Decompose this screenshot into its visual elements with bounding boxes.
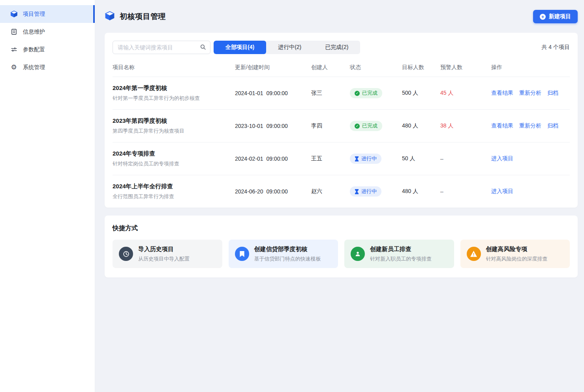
- created-time: 2024-02-01 09:00:00: [235, 156, 311, 162]
- reanalyze-link[interactable]: 重新分析: [519, 90, 541, 97]
- tab-in-progress[interactable]: 进行中(2): [266, 41, 313, 54]
- table-row: 2024年第一季度初核 针对第一季度员工异常行为的初步核查 2024-01-01…: [113, 77, 570, 110]
- app-window: 项目管理 信息维护 参数配置 ⚙ 系统管理 初核项目管理 +: [0, 0, 584, 392]
- person-icon: [351, 247, 365, 261]
- shortcut-title: 导入历史项目: [138, 246, 190, 253]
- creator: 王五: [311, 155, 350, 162]
- column-header-status: 状态: [350, 64, 402, 71]
- sidebar-item-label: 信息维护: [23, 28, 45, 36]
- project-desc: 针对特定岗位员工的专项排查: [113, 160, 235, 167]
- column-header-name: 项目名称: [113, 64, 235, 71]
- creator: 张三: [311, 90, 350, 97]
- search-box: [113, 41, 210, 54]
- column-header-creator: 创建人: [311, 64, 350, 71]
- warning-count: –: [440, 156, 491, 162]
- tab-completed[interactable]: 已完成(2): [313, 41, 360, 54]
- shortcut-high-risk[interactable]: 创建高风险专项 针对高风险岗位的深度排查: [460, 240, 570, 268]
- plus-icon: +: [540, 14, 546, 20]
- shortcut-import-history[interactable]: 导入历史项目 从历史项目中导入配置: [113, 240, 222, 268]
- sidebar: 项目管理 信息维护 参数配置 ⚙ 系统管理: [0, 0, 95, 392]
- table-row: 2023年第四季度初核 第四季度员工异常行为核查项目 2023-10-01 09…: [113, 110, 570, 143]
- status-badge: 进行中: [350, 154, 381, 164]
- sidebar-item-label: 项目管理: [23, 11, 45, 18]
- sliders-icon: [10, 46, 18, 54]
- hourglass-icon: [355, 189, 359, 194]
- project-desc: 针对第一季度员工异常行为的初步核查: [113, 95, 235, 102]
- shortcuts-title: 快捷方式: [113, 224, 570, 233]
- sidebar-item-label: 系统管理: [23, 64, 45, 71]
- cube-icon: [10, 10, 18, 18]
- reanalyze-link[interactable]: 重新分析: [519, 122, 541, 129]
- warning-count: 38 人: [440, 122, 491, 129]
- column-header-time: 更新/创建时间: [235, 64, 311, 71]
- creator: 李四: [311, 122, 350, 129]
- column-header-target: 目标人数: [402, 64, 440, 71]
- cube-icon: [105, 11, 115, 23]
- archive-link[interactable]: 归档: [547, 90, 558, 97]
- view-results-link[interactable]: 查看结果: [491, 122, 513, 129]
- new-project-button[interactable]: + 新建项目: [533, 10, 578, 23]
- target-count: 500 人: [402, 90, 440, 97]
- project-desc: 全行范围员工异常行为排查: [113, 193, 235, 200]
- project-name: 2024年第一季度初核: [113, 84, 235, 92]
- table-header-row: 项目名称 更新/创建时间 创建人 状态 目标人数 预警人数 操作: [113, 54, 570, 77]
- clock-icon: [119, 247, 133, 261]
- shortcut-title: 创建高风险专项: [486, 246, 548, 253]
- shortcut-new-employee[interactable]: 创建新员工排查 针对新入职员工的专项排查: [344, 240, 454, 268]
- status-badge: ✓ 已完成: [350, 121, 382, 131]
- project-list-card: 全部项目(4) 进行中(2) 已完成(2) 共 4 个项目 项目名称 更新/创建…: [105, 33, 578, 208]
- project-name: 2024年专项排查: [113, 150, 235, 158]
- shortcut-title: 创建新员工排查: [370, 246, 432, 253]
- created-time: 2023-10-01 09:00:00: [235, 123, 311, 129]
- status-badge: ✓ 已完成: [350, 88, 382, 98]
- sidebar-item-parameter-config[interactable]: 参数配置: [0, 41, 95, 58]
- sidebar-item-project-management[interactable]: 项目管理: [0, 5, 95, 23]
- enter-project-link[interactable]: 进入项目: [491, 188, 513, 195]
- target-count: 50 人: [402, 155, 440, 162]
- page-header: 初核项目管理 + 新建项目: [105, 10, 578, 23]
- status-badge: 进行中: [350, 186, 381, 197]
- project-desc: 第四季度员工异常行为核查项目: [113, 128, 235, 135]
- check-circle-icon: ✓: [355, 124, 360, 129]
- target-count: 480 人: [402, 188, 440, 195]
- created-time: 2024-06-20 09:00:00: [235, 188, 311, 195]
- page-title: 初核项目管理: [120, 11, 166, 22]
- tab-all-projects[interactable]: 全部项目(4): [214, 41, 266, 54]
- shortcut-credit-quarterly[interactable]: 创建信贷部季度初核 基于信贷部门特点的快速模板: [229, 240, 338, 268]
- view-results-link[interactable]: 查看结果: [491, 90, 513, 97]
- gear-icon: ⚙: [10, 64, 18, 71]
- enter-project-link[interactable]: 进入项目: [491, 155, 513, 162]
- creator: 赵六: [311, 188, 350, 195]
- document-icon: [10, 28, 18, 36]
- shortcut-title: 创建信贷部季度初核: [254, 246, 321, 253]
- sidebar-item-info-maintenance[interactable]: 信息维护: [0, 23, 95, 41]
- target-count: 480 人: [402, 122, 440, 129]
- sidebar-item-system-management[interactable]: ⚙ 系统管理: [0, 58, 95, 76]
- shortcut-desc: 从历史项目中导入配置: [138, 255, 190, 263]
- sidebar-item-label: 参数配置: [23, 46, 45, 53]
- search-icon[interactable]: [200, 44, 206, 52]
- created-time: 2024-01-01 09:00:00: [235, 90, 311, 96]
- bookmark-icon: [235, 247, 249, 261]
- filter-tabs: 全部项目(4) 进行中(2) 已完成(2): [214, 41, 360, 54]
- column-header-actions: 操作: [491, 64, 570, 71]
- table-row: 2024年上半年全行排查 全行范围员工异常行为排查 2024-06-20 09:…: [113, 175, 570, 208]
- check-circle-icon: ✓: [355, 91, 360, 96]
- search-input[interactable]: [113, 41, 210, 54]
- shortcut-desc: 基于信贷部门特点的快速模板: [254, 255, 321, 263]
- warning-count: 45 人: [440, 90, 491, 97]
- shortcuts-card: 快捷方式 导入历史项目 从历史项目中导入配置 创建: [105, 216, 578, 278]
- project-name: 2024年上半年全行排查: [113, 183, 235, 190]
- project-name: 2023年第四季度初核: [113, 117, 235, 125]
- shortcut-desc: 针对高风险岗位的深度排查: [486, 255, 548, 263]
- main-content: 初核项目管理 + 新建项目 全部项目(4) 进行中(2) 已完成(2): [95, 0, 584, 392]
- toolbar: 全部项目(4) 进行中(2) 已完成(2) 共 4 个项目: [113, 41, 570, 54]
- column-header-warning: 预警人数: [440, 64, 491, 71]
- hourglass-icon: [355, 156, 359, 161]
- table-row: 2024年专项排查 针对特定岗位员工的专项排查 2024-02-01 09:00…: [113, 143, 570, 175]
- shortcut-desc: 针对新入职员工的专项排查: [370, 255, 432, 263]
- archive-link[interactable]: 归档: [547, 122, 558, 129]
- total-project-count: 共 4 个项目: [541, 44, 570, 51]
- warning-count: –: [440, 188, 491, 195]
- warning-triangle-icon: [467, 247, 481, 261]
